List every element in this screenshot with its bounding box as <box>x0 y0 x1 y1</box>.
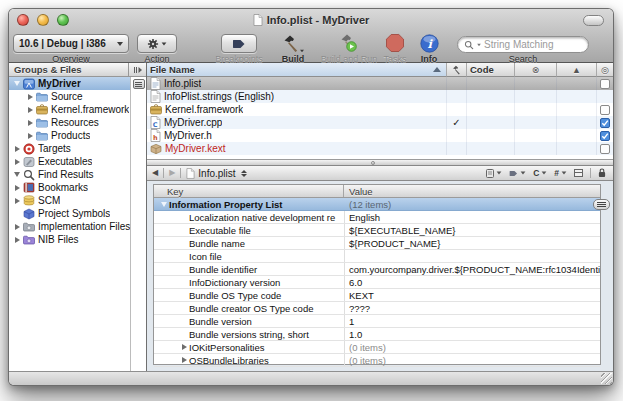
built-checkmark-icon: ✓ <box>452 117 460 128</box>
breakpoints-button[interactable] <box>221 34 257 53</box>
framework-icon <box>150 104 162 115</box>
plist-row-iokitpersonalities[interactable]: IOKitPersonalities(0 items) <box>154 341 600 354</box>
action-button[interactable] <box>137 34 177 53</box>
search-group: String Matching Search <box>455 32 591 64</box>
target-membership-checkbox[interactable] <box>600 131 610 141</box>
plist-row-executable-file[interactable]: Executable file${EXECUTABLE_NAME} <box>154 224 600 237</box>
column-header-file-name[interactable]: File Name <box>147 63 447 77</box>
file-row-infoplist-strings-english[interactable]: InfoPlist.strings (English) <box>147 90 613 103</box>
resize-grip[interactable] <box>601 373 612 384</box>
search-input[interactable]: String Matching <box>457 36 589 53</box>
svg-text:C: C <box>153 121 158 129</box>
svg-text:h: h <box>153 134 158 142</box>
horizontal-splitter[interactable] <box>147 159 613 166</box>
sidebar-item-project-symbols[interactable]: Project Symbols <box>9 207 130 220</box>
overview-popup[interactable]: 10.6 | Debug | i386 <box>13 34 129 53</box>
file-row-mydriver-kext[interactable]: MyDriver.kext <box>147 142 613 155</box>
back-button[interactable]: ◀ <box>152 169 158 177</box>
plist-row-bundle-creator-os-type-code[interactable]: Bundle creator OS Type code???? <box>154 302 600 315</box>
column-header-key[interactable]: Key <box>154 185 344 197</box>
build-and-run-icon[interactable] <box>338 33 360 53</box>
sidebar-splitter-control[interactable] <box>128 63 146 77</box>
sidebar-item-nib-files[interactable]: NIB Files <box>9 233 130 246</box>
sidebar-item-products[interactable]: Products <box>9 129 130 142</box>
sidebar-item-find-results[interactable]: Find Results <box>9 168 130 181</box>
file-row-mydriver-h[interactable]: hMyDriver.h <box>147 129 613 142</box>
plist-row-bundle-identifier[interactable]: Bundle identifiercom.yourcompany.driver.… <box>154 263 600 276</box>
plist-row-bundle-os-type-code[interactable]: Bundle OS Type codeKEXT <box>154 289 600 302</box>
row-menu-button[interactable] <box>593 199 610 210</box>
popup-updown-icon <box>241 170 247 177</box>
plist-row-bundle-versions-string-short[interactable]: Bundle versions string, short1.0 <box>154 328 600 341</box>
plist-table-header: Key Value <box>154 185 600 198</box>
tasks-stop-icon[interactable] <box>385 33 405 53</box>
plist-row-osbundlelibraries[interactable]: OSBundleLibraries(0 items) <box>154 354 600 367</box>
sidebar-item-executables[interactable]: Executables <box>9 155 130 168</box>
chevron-down-icon <box>162 42 167 45</box>
forward-button[interactable]: ▶ <box>169 169 175 177</box>
sidebar-item-implementation-files[interactable]: Implementation Files <box>9 220 130 233</box>
framework-icon <box>35 104 49 115</box>
target-icon <box>22 143 36 155</box>
line-number-menu[interactable]: # <box>552 168 569 178</box>
column-header-errors[interactable]: ⊗ <box>515 63 557 77</box>
strings-doc-icon <box>150 90 161 103</box>
target-membership-checkbox[interactable] <box>600 79 610 89</box>
build-hammer-icon[interactable] <box>281 34 305 53</box>
groups-files-header: Groups & Files <box>9 63 128 77</box>
plist-row-localization-native-development-re[interactable]: Localization native development reEnglis… <box>154 211 600 224</box>
find-icon <box>22 169 36 181</box>
plist-row-information-property-list[interactable]: Information Property List(12 items) <box>154 198 600 211</box>
plist-row-infodictionary-version[interactable]: InfoDictionary version6.0 <box>154 276 600 289</box>
counterparts-menu[interactable]: C <box>531 168 549 178</box>
file-popup[interactable]: Info.plist <box>186 168 246 179</box>
column-header-target[interactable]: ◎ <box>597 63 613 77</box>
sidebar-item-mydriver[interactable]: MyDriver <box>9 77 130 90</box>
plist-row-bundle-version[interactable]: Bundle version1 <box>154 315 600 328</box>
close-button[interactable] <box>17 14 29 26</box>
target-membership-icon: ◎ <box>601 65 609 75</box>
column-header-warnings[interactable]: ▲ <box>557 63 597 77</box>
toolbar-toggle-button[interactable] <box>583 15 604 26</box>
info-group: i Info <box>413 32 445 64</box>
gear-icon <box>147 38 159 50</box>
column-header-code[interactable]: Code <box>467 63 515 77</box>
file-list: File Name Code ⊗ ▲ ◎ Info.plistInfoPlist… <box>147 63 613 159</box>
target-membership-checkbox[interactable] <box>600 144 610 154</box>
sidebar-item-resources[interactable]: Resources <box>9 116 130 129</box>
plist-row-bundle-name[interactable]: Bundle name${PRODUCT_NAME} <box>154 237 600 250</box>
build-and-run-group: Build and Run <box>317 32 381 64</box>
info-icon[interactable]: i <box>420 34 439 53</box>
split-editor-button[interactable] <box>572 169 585 177</box>
file-row-kernel-framework[interactable]: Kernel.framework <box>147 103 613 116</box>
target-membership-checkbox[interactable] <box>600 105 610 115</box>
minimize-button[interactable] <box>37 14 49 26</box>
sidebar-item-scm[interactable]: SCM <box>9 194 130 207</box>
target-membership-checkbox[interactable] <box>600 118 610 128</box>
selected-group-menu-badge[interactable] <box>133 79 145 89</box>
lock-icon[interactable] <box>596 168 608 178</box>
search-placeholder: String Matching <box>484 39 553 50</box>
bookmarks-menu[interactable] <box>484 169 504 178</box>
file-row-info-plist[interactable]: Info.plist <box>147 77 613 90</box>
sidebar-item-kernel-framework[interactable]: Kernel.framework <box>9 103 130 116</box>
breakpoints-menu[interactable] <box>507 170 528 177</box>
sidebar-item-source[interactable]: Source <box>9 90 130 103</box>
column-header-value[interactable]: Value <box>344 185 600 197</box>
file-row-mydriver-cpp[interactable]: CMyDriver.cpp✓ <box>147 116 613 129</box>
plist-row-icon-file[interactable]: Icon file <box>154 250 600 263</box>
smart-folder-impl-icon <box>22 222 36 232</box>
zoom-button[interactable] <box>57 14 69 26</box>
column-header-build[interactable] <box>447 63 467 77</box>
sort-ascending-icon <box>433 67 441 72</box>
titlebar[interactable]: Info.plist - MyDriver <box>9 9 613 31</box>
window-chrome: Info.plist - MyDriver 10.6 | Debug | i38… <box>9 9 613 63</box>
warning-icon: ▲ <box>572 65 581 75</box>
sidebar-item-bookmarks[interactable]: Bookmarks <box>9 181 130 194</box>
sidebar-item-targets[interactable]: Targets <box>9 142 130 155</box>
file-list-header: File Name Code ⊗ ▲ ◎ <box>147 63 613 77</box>
folder-icon <box>35 131 49 141</box>
error-icon: ⊗ <box>532 65 540 75</box>
search-scope-chevron-icon[interactable] <box>477 43 481 45</box>
groups-files-pane: Groups & Files MyDriverSourceKernel.fram… <box>9 63 147 371</box>
